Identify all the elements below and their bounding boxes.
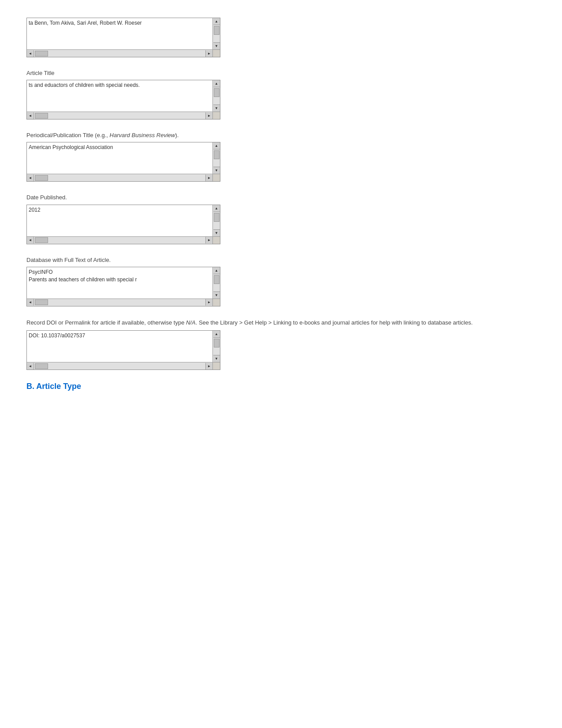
periodical-scroll-up[interactable]: ▲ <box>213 142 220 149</box>
authors-scrollbar-horizontal[interactable]: ◄ ► <box>27 49 212 57</box>
article-title-content: ts and eduactors of children with specia… <box>29 82 212 111</box>
doi-scrollbar-corner <box>212 362 220 370</box>
database-textarea[interactable]: PsycINFO Parents and teachers of childre… <box>26 267 220 306</box>
date-published-scroll-down[interactable]: ▼ <box>213 229 220 236</box>
periodical-scroll-down[interactable]: ▼ <box>213 167 220 174</box>
database-scrollbar-horizontal[interactable]: ◄ ► <box>27 299 212 306</box>
database-scroll-thumb-h[interactable] <box>35 299 48 305</box>
periodical-scrollbar-corner <box>212 174 220 181</box>
article-title-scroll-up[interactable]: ▲ <box>213 80 220 87</box>
doi-scroll-up[interactable]: ▲ <box>213 331 220 338</box>
article-title-scroll-thumb-h[interactable] <box>35 113 48 119</box>
doi-scrollbar-vertical[interactable]: ▲ ▼ <box>212 331 220 362</box>
date-published-label: Date Published. <box>26 194 536 202</box>
database-textarea-wrapper: PsycINFO Parents and teachers of childre… <box>26 267 220 306</box>
date-published-scroll-up[interactable]: ▲ <box>213 205 220 212</box>
doi-scroll-right[interactable]: ► <box>205 363 212 370</box>
article-title-scroll-down[interactable]: ▼ <box>213 105 220 112</box>
authors-scrollbar-corner <box>212 49 220 57</box>
date-published-textarea-wrapper: 2012 ▲ ▼ ◄ ► <box>26 205 220 244</box>
article-title-scroll-thumb[interactable] <box>214 88 220 97</box>
database-scrollbar-corner <box>212 299 220 306</box>
periodical-scroll-thumb-h[interactable] <box>35 175 48 181</box>
periodical-scroll-left[interactable]: ◄ <box>27 175 34 181</box>
article-title-scroll-left[interactable]: ◄ <box>27 112 34 119</box>
date-published-scrollbar-horizontal[interactable]: ◄ ► <box>27 236 212 244</box>
doi-section: Record DOI or Permalink for article if a… <box>26 318 536 372</box>
authors-scrollbar-vertical[interactable]: ▲ ▼ <box>212 18 220 49</box>
section-b: B. Article Type <box>26 382 536 391</box>
date-published-scroll-thumb[interactable] <box>214 213 220 222</box>
authors-scroll-up[interactable]: ▲ <box>213 18 220 25</box>
database-scrollbar-vertical[interactable]: ▲ ▼ <box>212 267 220 299</box>
doi-textarea[interactable]: DOI: 10.1037/a0027537 ▲ ▼ ◄ ► <box>26 330 220 370</box>
authors-scroll-down[interactable]: ▼ <box>213 42 220 49</box>
periodical-scrollbar-vertical[interactable]: ▲ ▼ <box>212 142 220 174</box>
article-title-label: Article Title <box>26 69 536 77</box>
authors-textarea-wrapper: ta Benn, Tom Akiva, Sari Arel, Robert W.… <box>26 18 220 57</box>
doi-label: Record DOI or Permalink for article if a… <box>26 318 536 327</box>
article-title-scrollbar-corner <box>212 112 220 119</box>
article-title-textarea-wrapper: ts and eduactors of children with specia… <box>26 80 220 119</box>
article-title-section: Article Title ts and eduactors of childr… <box>26 69 536 121</box>
date-published-textarea[interactable]: 2012 ▲ ▼ ◄ ► <box>26 205 220 244</box>
authors-textarea[interactable]: ta Benn, Tom Akiva, Sari Arel, Robert W.… <box>26 18 220 57</box>
periodical-section: Periodical/Publication Title (e.g., Harv… <box>26 131 536 183</box>
periodical-scroll-thumb[interactable] <box>214 150 220 159</box>
periodical-label: Periodical/Publication Title (e.g., Harv… <box>26 131 536 139</box>
article-title-textarea[interactable]: ts and eduactors of children with specia… <box>26 80 220 119</box>
periodical-scrollbar-horizontal[interactable]: ◄ ► <box>27 174 212 181</box>
doi-textarea-wrapper: DOI: 10.1037/a0027537 ▲ ▼ ◄ ► <box>26 330 220 370</box>
doi-scroll-left[interactable]: ◄ <box>27 363 34 370</box>
database-section: Database with Full Text of Article. Psyc… <box>26 256 536 308</box>
database-label: Database with Full Text of Article. <box>26 256 536 264</box>
authors-scroll-thumb-h[interactable] <box>35 51 48 56</box>
date-published-scroll-left[interactable]: ◄ <box>27 237 34 243</box>
database-content: PsycINFO Parents and teachers of childre… <box>29 269 212 298</box>
article-title-scrollbar-horizontal[interactable]: ◄ ► <box>27 112 212 119</box>
date-published-scrollbar-vertical[interactable]: ▲ ▼ <box>212 205 220 236</box>
authors-scroll-thumb[interactable] <box>214 26 220 35</box>
date-published-content: 2012 <box>29 206 212 236</box>
article-title-scroll-right[interactable]: ► <box>205 112 212 119</box>
authors-content: ta Benn, Tom Akiva, Sari Arel, Robert W.… <box>29 19 212 49</box>
date-published-scrollbar-corner <box>212 236 220 244</box>
database-scroll-thumb[interactable] <box>214 275 220 284</box>
periodical-content: American Psychological Association <box>29 144 212 173</box>
periodical-textarea[interactable]: American Psychological Association ▲ ▼ ◄… <box>26 142 220 182</box>
database-scroll-right[interactable]: ► <box>205 299 212 306</box>
doi-scroll-thumb[interactable] <box>214 339 220 347</box>
authors-scroll-right[interactable]: ► <box>205 50 212 57</box>
database-scroll-down[interactable]: ▼ <box>213 291 220 299</box>
doi-scroll-down[interactable]: ▼ <box>213 355 220 362</box>
authors-section: ta Benn, Tom Akiva, Sari Arel, Robert W.… <box>26 18 536 59</box>
article-title-scrollbar-vertical[interactable]: ▲ ▼ <box>212 80 220 112</box>
doi-scroll-thumb-h[interactable] <box>35 363 48 369</box>
database-scroll-left[interactable]: ◄ <box>27 299 34 306</box>
date-published-section: Date Published. 2012 ▲ ▼ ◄ ► <box>26 194 536 245</box>
section-b-heading: B. Article Type <box>26 382 536 391</box>
doi-scrollbar-horizontal[interactable]: ◄ ► <box>27 362 212 370</box>
periodical-textarea-wrapper: American Psychological Association ▲ ▼ ◄… <box>26 142 220 182</box>
database-scroll-up[interactable]: ▲ <box>213 267 220 274</box>
date-published-scroll-thumb-h[interactable] <box>35 237 48 243</box>
date-published-scroll-right[interactable]: ► <box>205 237 212 243</box>
periodical-scroll-right[interactable]: ► <box>205 175 212 181</box>
authors-scroll-left[interactable]: ◄ <box>27 50 34 57</box>
doi-content: DOI: 10.1037/a0027537 <box>29 332 212 362</box>
